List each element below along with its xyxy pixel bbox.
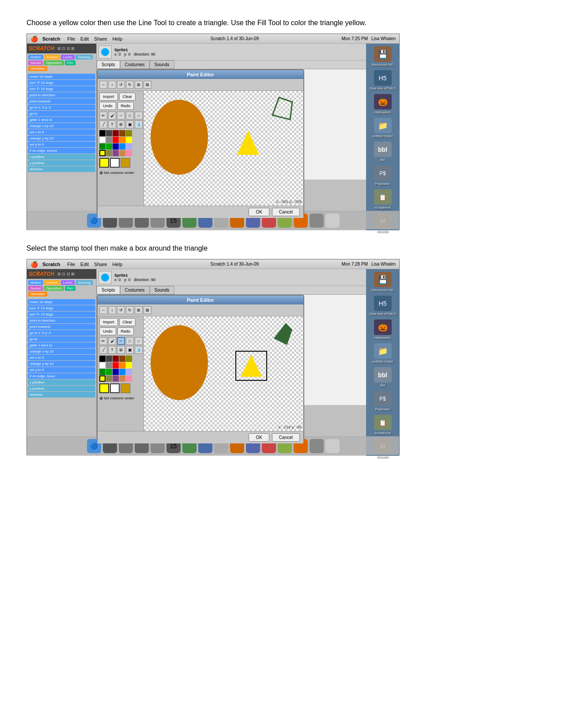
tool-eyedrop-2[interactable]: 💧 [135, 346, 143, 354]
color-purple-1[interactable] [113, 150, 119, 156]
tool-fill-1[interactable]: ▣ [126, 120, 134, 128]
tool-stamp-2[interactable]: ⊞ [117, 346, 125, 354]
cat-looks-2[interactable]: Looks [61, 280, 75, 285]
block-turn-left-1[interactable]: turn ↺ 15 degs [28, 80, 95, 86]
color-green-1[interactable] [106, 143, 112, 150]
tab-sounds-1[interactable]: Sounds [150, 60, 174, 69]
cat-variables-1[interactable]: Variables [28, 66, 47, 71]
tool-line-1[interactable]: ╱ [99, 120, 107, 128]
cat-operators-1[interactable]: Operators [44, 60, 64, 65]
block-change-y-2[interactable]: change y by 10 [28, 361, 95, 367]
color-yellow-2[interactable] [126, 362, 132, 368]
pe-tool-rot-r-2[interactable]: ↻ [126, 306, 134, 314]
block-point-dir-2[interactable]: point in direction [28, 318, 95, 323]
tab-scripts-1[interactable]: Scripts [97, 60, 120, 69]
dock-icon-2-15[interactable] [310, 439, 324, 453]
menu-help-2[interactable]: Help [112, 262, 122, 267]
block-move-1[interactable]: move 10 steps [28, 74, 95, 79]
menu-help-1[interactable]: Help [112, 36, 122, 41]
color-gray-1[interactable] [106, 137, 112, 143]
color-darkgray-2[interactable] [106, 356, 112, 362]
tool-fill-2[interactable]: ▣ [126, 346, 134, 354]
color-white-2[interactable] [99, 362, 106, 368]
pe-tool-flip-v-1[interactable]: ↕ [108, 81, 116, 89]
desktop-icon-halloween-1[interactable]: 🎃 Halloween [374, 94, 392, 114]
block-edge-2[interactable]: if on edge, boun [28, 373, 95, 379]
big-color-sel-1[interactable] [121, 158, 130, 168]
desktop-icon-bbl-2[interactable]: bbl bbl [374, 367, 392, 387]
block-turn-right-2[interactable]: turn ↻ 15 degs [28, 311, 95, 317]
tool-ellipse-2[interactable]: ○ [135, 337, 143, 345]
color-darkgreen-1[interactable] [99, 143, 106, 150]
cat-sound-2[interactable]: Sound [28, 286, 43, 291]
color-darkyellow-1[interactable] [126, 130, 132, 136]
block-xpos-1[interactable]: x position [28, 154, 95, 160]
block-point-dir-1[interactable]: point in direction [28, 92, 95, 98]
color-pink-1[interactable] [126, 150, 132, 156]
desktop-icon-hd-2[interactable]: 💾 Macintosh HD [371, 272, 393, 292]
color-white-1[interactable] [99, 137, 106, 143]
pe-tool-more-2[interactable]: ⊞ [135, 306, 143, 314]
tool-select-1[interactable]: ☞ [117, 112, 125, 120]
block-ypos-1[interactable]: y position [28, 160, 95, 166]
tab-costumes-2[interactable]: Costumes [120, 286, 150, 294]
cat-motion-1[interactable]: Motion [28, 55, 43, 60]
menu-file-1[interactable]: File [67, 36, 75, 41]
block-change-x-1[interactable]: change x by 10 [28, 123, 95, 129]
color-lightblue-2[interactable] [126, 369, 132, 375]
menu-share-2[interactable]: Share [94, 262, 107, 267]
block-turn-right-1[interactable]: turn ↻ 15 degs [28, 86, 95, 92]
redo-btn-1[interactable]: Redo [117, 102, 134, 110]
cat-sensing-1[interactable]: Sensing [76, 55, 93, 60]
desktop-icon-halloween-2[interactable]: 🎃 Halloween [374, 319, 392, 340]
block-ypos-2[interactable]: y position [28, 386, 95, 391]
ok-btn-2[interactable]: OK [249, 433, 269, 442]
block-set-x-1[interactable]: set x to 0 [28, 129, 95, 135]
undo-btn-2[interactable]: Undo [99, 327, 116, 335]
block-glide-1[interactable]: glide 1 secs to [28, 117, 95, 123]
block-turn-left-2[interactable]: turn ↺ 15 degs [28, 305, 95, 311]
menu-edit-1[interactable]: Edit [80, 36, 89, 41]
color-selected-1[interactable] [99, 150, 106, 156]
clear-btn-2[interactable]: Clear [119, 318, 136, 326]
color-tan-1[interactable] [119, 150, 125, 156]
color-darkred-2[interactable] [113, 356, 119, 362]
block-goto-1[interactable]: go to [28, 111, 95, 116]
color-lightblue-1[interactable] [126, 143, 132, 150]
cat-pen-1[interactable]: Pen [65, 60, 76, 65]
desktop-icon-hd-1[interactable]: 💾 Macintosh HD [371, 46, 393, 67]
color-darkred-1[interactable] [113, 130, 119, 136]
color-darkorange-2[interactable] [119, 356, 125, 362]
color-darkgreen-2[interactable] [99, 369, 106, 375]
color-darkgray-1[interactable] [106, 130, 112, 136]
color-darkyellow-2[interactable] [126, 356, 132, 362]
cat-sound-1[interactable]: Sound [28, 60, 43, 65]
block-set-y-1[interactable]: set y to 0 [28, 142, 95, 147]
cat-operators-2[interactable]: Operators [44, 286, 64, 291]
pe-tool-flip-h-1[interactable]: ↔ [99, 81, 107, 89]
block-goto-xy-1[interactable]: go to x: 0 y: 0 [28, 105, 95, 110]
block-point-towards-1[interactable]: point towards [28, 98, 95, 104]
color-red-1[interactable] [113, 137, 119, 143]
tool-select-2[interactable]: ☞ [117, 337, 125, 345]
tool-brush-1[interactable]: 🖌 [108, 112, 116, 120]
dock-icon-16[interactable] [325, 214, 340, 228]
block-xpos-2[interactable]: x position [28, 379, 95, 385]
tool-text-2[interactable]: T [108, 346, 116, 354]
cat-control-2[interactable]: Control [44, 280, 60, 285]
color-pink-2[interactable] [126, 375, 132, 382]
color-blue-2[interactable] [119, 369, 125, 375]
color-olive-1[interactable] [106, 150, 112, 156]
cancel-btn-1[interactable]: Cancel [272, 208, 300, 216]
dock-icon-15[interactable] [310, 214, 324, 228]
tool-rect-2[interactable]: □ [126, 337, 134, 345]
pe-tool-flip-h-2[interactable]: ↔ [99, 306, 107, 314]
big-color-bg-2[interactable] [110, 383, 120, 393]
color-orange-1[interactable] [119, 137, 125, 143]
tool-line-2[interactable]: ╱ [99, 346, 107, 354]
desktop-icon-untitled-1[interactable]: 📁 untitled folder [372, 118, 393, 138]
tab-sounds-2[interactable]: Sounds [150, 286, 174, 294]
cat-pen-2[interactable]: Pen [65, 286, 76, 291]
pe-tool-flip-v-2[interactable]: ↕ [108, 306, 116, 314]
big-color-fg-2[interactable] [99, 383, 109, 393]
